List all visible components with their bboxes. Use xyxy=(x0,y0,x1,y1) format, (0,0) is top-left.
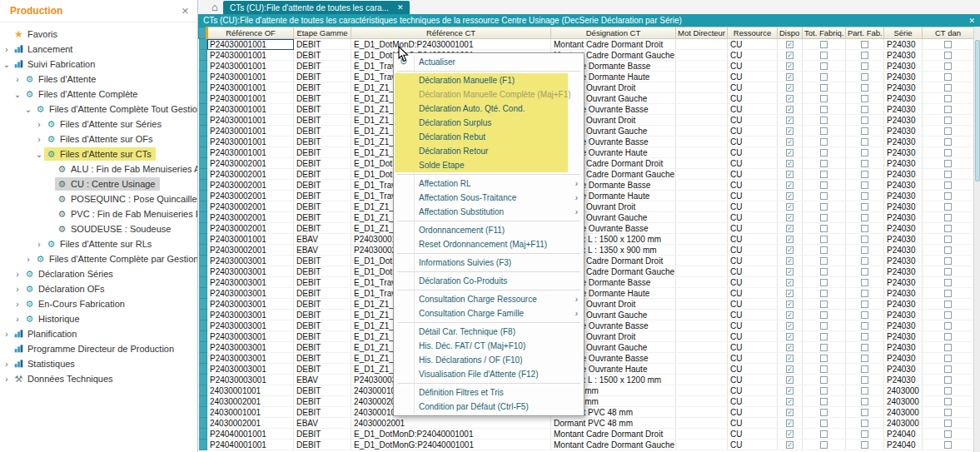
cell-checkbox[interactable] xyxy=(923,375,974,385)
cell[interactable] xyxy=(676,169,728,180)
row-selector[interactable] xyxy=(199,39,207,50)
cell-checkbox[interactable] xyxy=(846,245,884,256)
cell-checkbox[interactable]: ✓ xyxy=(778,104,803,115)
cell[interactable]: CU xyxy=(728,180,778,191)
table-row[interactable]: P24030003001EBAVP24030003001PVC H x L : … xyxy=(199,375,974,385)
cell[interactable]: P24030001001 xyxy=(207,93,294,104)
cell[interactable]: P24030 xyxy=(884,126,923,137)
checkbox-unchecked-icon[interactable] xyxy=(861,355,868,362)
cell-checkbox[interactable] xyxy=(846,201,884,212)
cell[interactable]: DEBIT xyxy=(294,407,351,418)
cell[interactable] xyxy=(676,82,728,93)
cell[interactable]: P24030 xyxy=(884,169,923,180)
row-selector[interactable] xyxy=(199,223,207,234)
cell[interactable]: P24030 xyxy=(884,223,923,234)
cell-checkbox[interactable] xyxy=(923,440,974,450)
cell-checkbox[interactable] xyxy=(803,126,846,137)
cell-checkbox[interactable] xyxy=(803,418,846,429)
cell[interactable] xyxy=(676,310,728,320)
row-selector[interactable] xyxy=(199,137,207,147)
cell-checkbox[interactable] xyxy=(923,147,974,158)
cell-checkbox[interactable]: ✓ xyxy=(778,299,803,310)
cell-checkbox[interactable]: ✓ xyxy=(778,364,803,375)
row-selector[interactable] xyxy=(199,191,207,201)
cell-checkbox[interactable] xyxy=(846,277,884,288)
cell-checkbox[interactable]: ✓ xyxy=(778,418,803,429)
cell-checkbox[interactable] xyxy=(803,342,846,353)
cell-checkbox[interactable] xyxy=(923,212,974,223)
row-selector[interactable] xyxy=(199,93,207,104)
cell[interactable]: P24030 xyxy=(884,72,923,82)
cell[interactable]: CU xyxy=(728,385,778,396)
cell-checkbox[interactable] xyxy=(846,320,884,331)
cell[interactable]: CU xyxy=(728,169,778,180)
row-selector[interactable] xyxy=(199,299,207,310)
chevron-right-icon[interactable]: › xyxy=(34,120,44,129)
cell[interactable]: DEBIT xyxy=(294,201,351,212)
column-header-ressource[interactable]: Ressource xyxy=(728,27,778,39)
checkbox-checked-icon[interactable]: ✓ xyxy=(786,41,793,48)
sidebar-item-soudeuse-soudeuse[interactable]: ⚙SOUDEUSE : Soudeuse xyxy=(0,221,197,236)
table-row[interactable]: P24040001001DEBITE_D1_DotMonG:P240400010… xyxy=(199,440,974,450)
cell-checkbox[interactable]: ✓ xyxy=(778,277,803,288)
cell-checkbox[interactable] xyxy=(803,440,846,450)
cell-checkbox[interactable]: ✓ xyxy=(778,223,803,234)
checkbox-checked-icon[interactable]: ✓ xyxy=(786,106,793,113)
chevron-right-icon[interactable]: › xyxy=(12,315,22,324)
table-row[interactable]: P24030001001DEBITE_D1_Z1_V1_MSe:P2403000… xyxy=(199,82,974,93)
checkbox-unchecked-icon[interactable] xyxy=(820,365,828,373)
cell-checkbox[interactable] xyxy=(803,320,846,331)
checkbox-unchecked-icon[interactable] xyxy=(861,268,868,276)
cell[interactable]: CU xyxy=(728,364,778,375)
cell-checkbox[interactable] xyxy=(923,39,974,50)
checkbox-unchecked-icon[interactable] xyxy=(944,171,952,178)
checkbox-unchecked-icon[interactable] xyxy=(820,301,828,308)
chevron-right-icon[interactable]: › xyxy=(2,330,12,339)
cell[interactable]: P24030001001 xyxy=(207,82,294,93)
sidebar-item-files-d-attente-complete-tout-gestionnaire[interactable]: ⌄⚙Files d'Attente Complète Tout Gestionn… xyxy=(0,102,197,117)
cell[interactable]: DEBIT xyxy=(294,320,351,331)
checkbox-unchecked-icon[interactable] xyxy=(861,160,868,167)
checkbox-checked-icon[interactable]: ✓ xyxy=(786,333,793,340)
cell[interactable]: E_D1_DotMonD:P24040001001 xyxy=(351,429,551,440)
cell-checkbox[interactable] xyxy=(846,180,884,191)
cell-checkbox[interactable] xyxy=(846,137,884,147)
checkbox-unchecked-icon[interactable] xyxy=(944,430,952,438)
cell[interactable]: 24030002001 xyxy=(207,396,294,407)
cell[interactable]: P24030003001 xyxy=(207,320,294,331)
cell-checkbox[interactable] xyxy=(846,429,884,440)
row-selector[interactable] xyxy=(199,396,207,407)
row-selector[interactable] xyxy=(199,310,207,320)
checkbox-checked-icon[interactable]: ✓ xyxy=(786,203,793,211)
table-row[interactable]: P24030001001EBAVP24030001001PVC H x L : … xyxy=(199,234,974,245)
table-row[interactable]: P24030003001DEBITE_D1_Z1_V1_MSe:P2403000… xyxy=(199,299,974,310)
table-row[interactable]: P24030003001DEBITE_D1_DotMonD:P240300030… xyxy=(199,256,974,266)
table-row[interactable]: P24040001001DEBITE_D1_DotMonD:P240400010… xyxy=(199,429,974,440)
cell-checkbox[interactable] xyxy=(923,223,974,234)
cell-checkbox[interactable]: ✓ xyxy=(778,375,803,385)
row-selector[interactable] xyxy=(199,212,207,223)
menu-item-detail-car-technique-f8[interactable]: Détail Car. Technique (F8) xyxy=(395,325,583,339)
cell[interactable]: DEBIT xyxy=(294,115,351,126)
checkbox-unchecked-icon[interactable] xyxy=(861,344,868,351)
checkbox-checked-icon[interactable]: ✓ xyxy=(786,387,793,395)
checkbox-unchecked-icon[interactable] xyxy=(944,344,952,351)
cell[interactable]: DEBIT xyxy=(294,364,351,375)
checkbox-unchecked-icon[interactable] xyxy=(861,246,868,254)
cell[interactable]: DEBIT xyxy=(294,180,351,191)
cell[interactable]: P24030 xyxy=(884,39,923,50)
cell[interactable] xyxy=(676,180,728,191)
cell[interactable]: P24030 xyxy=(884,320,923,331)
menu-item-declaration-auto-qte-cond[interactable]: Déclaration Auto. Qté. Cond. xyxy=(395,102,583,116)
cell-checkbox[interactable]: ✓ xyxy=(778,256,803,266)
checkbox-checked-icon[interactable]: ✓ xyxy=(786,355,793,362)
cell-checkbox[interactable] xyxy=(803,72,846,82)
cell-checkbox[interactable] xyxy=(846,234,884,245)
cell[interactable]: P24030 xyxy=(884,375,923,385)
checkbox-unchecked-icon[interactable] xyxy=(944,95,952,102)
checkbox-unchecked-icon[interactable] xyxy=(944,181,952,189)
cell-checkbox[interactable] xyxy=(923,277,974,288)
column-header-reference-of[interactable]: Référence OF xyxy=(207,27,294,39)
table-row[interactable]: P24030002001EBAVP24030002001PVC H x L : … xyxy=(199,245,974,256)
cell[interactable]: CU xyxy=(728,342,778,353)
